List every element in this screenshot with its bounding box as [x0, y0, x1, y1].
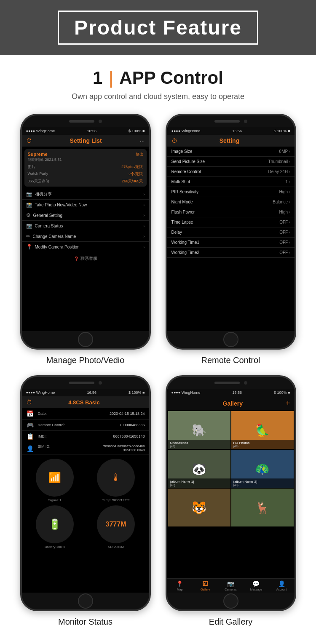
gallery-plus-icon[interactable]: +: [286, 399, 290, 408]
night-val: Balance: [273, 200, 288, 204]
phone-home-btn-3[interactable]: [78, 593, 93, 609]
setting2-row-working2[interactable]: Working Time2 OFF›: [167, 248, 295, 258]
setting2-row-image-size[interactable]: Image Size 8MP›: [167, 147, 295, 157]
phone-speaker-2: [214, 120, 240, 123]
list-item-general[interactable]: ⚙ General Setting ›: [22, 210, 149, 221]
timelapse-val: OFF: [279, 220, 288, 224]
app-header-1: ⏱ Setting List ···: [22, 135, 149, 147]
setting2-row-timelapse[interactable]: Time Lapse OFF›: [167, 217, 295, 227]
signal-widget: 📶: [36, 459, 74, 497]
page-header: Product Feature: [0, 0, 316, 55]
phone-home-btn-2[interactable]: [223, 332, 238, 347]
help-row[interactable]: ❓ 联系客服: [22, 252, 149, 265]
sd-widget: 3777M: [97, 505, 135, 543]
back-icon-1[interactable]: ⏱: [26, 137, 32, 144]
pir-val: High: [279, 190, 288, 194]
cam-widgets: 📶 Signal: 1 🌡 Temp: 50°C/122°F: [22, 454, 149, 553]
tab-message[interactable]: 💬 Message: [244, 580, 269, 591]
back-icon-3[interactable]: ⏱: [26, 399, 32, 406]
cam-info-imei: 📋 IMEI: 866758041658143: [22, 431, 149, 442]
chevron-working1: ›: [289, 240, 290, 245]
section-heading: 1 | APP Control: [17, 68, 299, 88]
list-item-share[interactable]: 📷 相机分享 ›: [22, 189, 149, 200]
chevron-modify-pos: ›: [143, 245, 145, 249]
list-item-photo[interactable]: 📸 Take Photo Now/Video Now ›: [22, 200, 149, 210]
imei-label: IMEI:: [38, 434, 110, 438]
section-subtitle: Own app control and cloud system, easy t…: [17, 92, 299, 101]
cameras-tab-icon: 📷: [227, 580, 234, 587]
gallery-count-hd: (48): [233, 445, 292, 448]
gallery-item-album1[interactable]: 🐼 {album Name 1} (48): [168, 450, 230, 488]
cameras-tab-label: Cameras: [225, 588, 236, 591]
phone-bottom-bar-1: [22, 331, 149, 348]
tab-gallery[interactable]: 🖼 Gallery: [193, 580, 218, 591]
setting2-row-working1[interactable]: Working Time1 OFF›: [167, 238, 295, 248]
photo-label: Take Photo Now/Video Now: [35, 203, 87, 207]
flash-val: High: [279, 210, 288, 214]
gallery-count-album1: (48): [170, 484, 228, 486]
gallery-name-unclassified: Unclassified: [170, 441, 228, 445]
phone-top-bar-1: [22, 115, 149, 127]
gallery-count-album2: (48): [233, 484, 292, 486]
phone-camera-dot-1: [99, 120, 102, 123]
gallery-count-unclassified: (48): [170, 445, 228, 448]
phone-speaker-1: [69, 120, 94, 123]
chevron-send-pic: ›: [289, 159, 290, 164]
phone-home-btn-4[interactable]: [223, 593, 238, 609]
status-bar-1: ●●●● WingHome 16:56 $ 100% ■: [22, 127, 149, 135]
image-size-val: 8MP: [279, 149, 288, 154]
back-icon-2[interactable]: ⏱: [171, 137, 177, 144]
status-left-2: ●●●● WingHome: [171, 129, 201, 133]
chevron-pir: ›: [289, 190, 290, 194]
chevron-flash: ›: [289, 210, 290, 214]
gallery-item-hd[interactable]: 🦜 HD Photos (48): [231, 411, 294, 449]
modify-pos-icon: 📍: [26, 244, 32, 250]
help-icon: ❓: [74, 257, 79, 261]
gallery-item-tiger[interactable]: 🐯: [168, 489, 230, 526]
status-left-4: ●●●● WingHome: [171, 390, 201, 395]
gallery-item-unclassified[interactable]: 🐘 Unclassified (48): [168, 411, 230, 449]
chevron-share: ›: [143, 192, 145, 197]
app-setting-detail: ●●●● WingHome 16:56 $ 100% ■ ⏱ Setting I…: [167, 127, 295, 331]
setting2-row-pir[interactable]: PIR Sensitivity High›: [167, 187, 295, 197]
phone-caption-4: Edit Gallery: [209, 617, 252, 627]
help-label: 联系客服: [80, 256, 97, 262]
setting2-row-remote[interactable]: Remote Control Delay 24H›: [167, 167, 295, 177]
status-right-1: $ 100% ■: [129, 129, 145, 133]
signal-label: Signal: 1: [48, 498, 61, 502]
tab-cameras[interactable]: 📷 Cameras: [218, 580, 243, 591]
map-tab-label: Map: [177, 588, 183, 591]
tab-account[interactable]: 👤 Account: [269, 580, 294, 591]
setting2-row-delay[interactable]: Delay OFF›: [167, 227, 295, 238]
status-bar-3: ●●●● WingHome 16:56 $ 100% ■: [22, 389, 149, 396]
phone-screen-4: ●●●● WingHome 16:56 $ 100% ■ Gallery +: [167, 389, 295, 593]
setting2-row-night[interactable]: Night Mode Balance›: [167, 197, 295, 207]
plan-edit[interactable]: 修改: [136, 152, 143, 157]
gallery-img-tiger: 🐯: [168, 489, 230, 526]
camera-status-label: Camera Status: [35, 224, 63, 228]
status-bar-4: ●●●● WingHome 16:56 $ 100% ■: [167, 389, 295, 396]
gallery-content: 🐘 Unclassified (48) 🦜 HD Phot: [167, 410, 295, 578]
share-label: 相机分享: [35, 191, 52, 197]
gallery-item-deer[interactable]: 🦌: [231, 489, 294, 526]
phone-home-btn-1[interactable]: [78, 332, 93, 347]
phone-grid: ●●●● WingHome 16:56 $ 100% ■ ⏱ Setting L…: [17, 114, 299, 627]
tab-map[interactable]: 📍 Map: [167, 580, 193, 591]
setting2-row-send-pic[interactable]: Send Picture Size Thumbnail›: [167, 157, 295, 167]
chevron-img: ›: [289, 149, 290, 154]
widget-battery: 🔋 Battery:100%: [26, 505, 84, 549]
app-header-2: ⏱ Setting: [167, 135, 295, 147]
setting2-row-multi[interactable]: Multi Shot 1›: [167, 177, 295, 187]
phone-item-4: ●●●● WingHome 16:56 $ 100% ■ Gallery +: [162, 375, 299, 627]
plan-storage-label: 365天云存储: [28, 179, 49, 184]
phone-caption-3: Monitor Status: [58, 617, 112, 627]
list-item-camera-status[interactable]: 📷 Camera Status ›: [22, 221, 149, 231]
menu-dots-1[interactable]: ···: [140, 137, 145, 144]
phone-bottom-bar-3: [22, 593, 149, 609]
setting2-row-flash[interactable]: Flash Power High›: [167, 207, 295, 217]
list-item-change-name[interactable]: ✏ Change Camera Name ›: [22, 231, 149, 242]
list-item-modify-pos[interactable]: 📍 Modify Camera Position ›: [22, 242, 149, 252]
page-title: Product Feature: [74, 16, 242, 39]
gallery-item-album2[interactable]: 🦚 {album Name 2} (48): [231, 450, 294, 488]
pir-label: PIR Sensitivity: [171, 190, 198, 194]
